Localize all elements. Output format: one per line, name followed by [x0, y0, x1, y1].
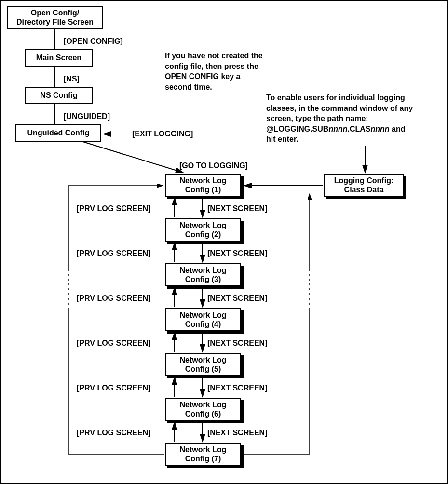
box-label: Network LogConfig (6) — [180, 400, 227, 418]
label-prv-5: [PRV LOG SCREEN] — [77, 384, 151, 392]
label-next-5: [NEXT SCREEN] — [207, 384, 267, 392]
box-label: Open Config/Directory File Screen — [16, 8, 94, 27]
box-netlog-1: Network LogConfig (1) — [165, 174, 241, 197]
box-netlog-7: Network LogConfig (7) — [165, 443, 241, 466]
label-next-6: [NEXT SCREEN] — [207, 429, 267, 437]
box-netlog-4: Network LogConfig (4) — [165, 308, 241, 331]
label-next-3: [NEXT SCREEN] — [207, 294, 267, 303]
label-go-to-logging: [GO TO LOGGING] — [179, 161, 248, 170]
label-unguided: [UNGUIDED] — [64, 112, 110, 121]
box-open-config-screen: Open Config/Directory File Screen — [7, 6, 103, 29]
svg-line-5 — [83, 142, 183, 173]
box-ns-config: NS Config — [25, 87, 93, 104]
box-label: Network LogConfig (1) — [180, 176, 227, 194]
label-prv-6: [PRV LOG SCREEN] — [77, 429, 151, 437]
box-label: Main Screen — [36, 53, 81, 62]
label-next-2: [NEXT SCREEN] — [207, 249, 267, 258]
box-label: Network LogConfig (4) — [180, 310, 227, 329]
box-main-screen: Main Screen — [25, 49, 93, 67]
label-exit-logging: [EXIT LOGGING] — [132, 130, 193, 138]
box-label: Network LogConfig (5) — [180, 355, 227, 374]
box-netlog-2: Network LogConfig (2) — [165, 218, 241, 242]
box-label: Network LogConfig (2) — [180, 221, 227, 239]
box-netlog-3: Network LogConfig (3) — [165, 263, 241, 286]
note-logging-path: To enable users for individual loggingcl… — [266, 93, 440, 145]
label-prv-1: [PRV LOG SCREEN] — [77, 204, 151, 213]
box-label: Logging Config:Class Data — [334, 176, 394, 194]
label-prv-3: [PRV LOG SCREEN] — [77, 294, 151, 303]
label-next-1: [NEXT SCREEN] — [207, 204, 267, 213]
box-label: Network LogConfig (3) — [180, 266, 227, 284]
box-label: Network LogConfig (7) — [180, 445, 227, 463]
box-label: NS Config — [40, 91, 77, 100]
label-next-4: [NEXT SCREEN] — [207, 339, 267, 348]
box-netlog-5: Network LogConfig (5) — [165, 353, 241, 376]
box-logging-class: Logging Config:Class Data — [324, 174, 404, 197]
label-open-config: [OPEN CONFIG] — [64, 37, 123, 46]
box-unguided-config: Unguided Config — [15, 124, 101, 142]
note-open-config: If you have not created theconfig file, … — [165, 51, 290, 92]
diagram-frame: Open Config/Directory File Screen [OPEN … — [0, 0, 448, 484]
box-netlog-6: Network LogConfig (6) — [165, 398, 241, 421]
label-prv-2: [PRV LOG SCREEN] — [77, 249, 151, 258]
label-ns: [NS] — [64, 75, 80, 83]
label-prv-4: [PRV LOG SCREEN] — [77, 339, 151, 348]
box-label: Unguided Config — [27, 128, 90, 137]
